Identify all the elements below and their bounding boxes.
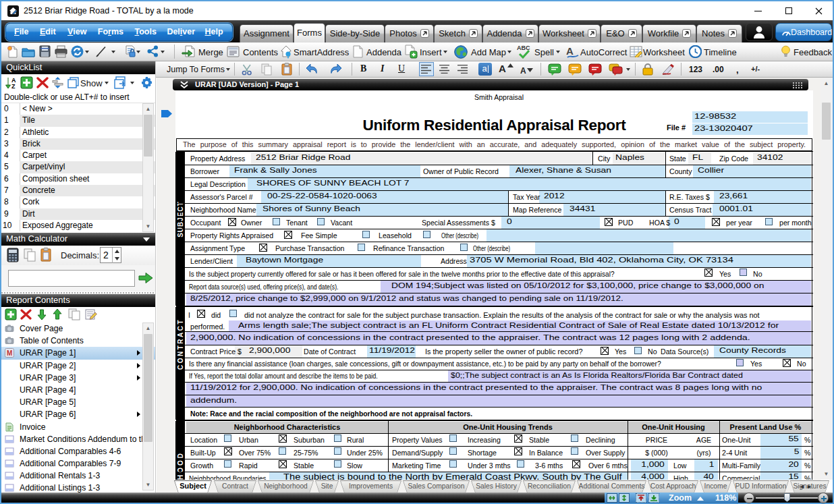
svg-text:Z: Z bbox=[11, 83, 16, 90]
svg-text:M: M bbox=[7, 349, 12, 357]
